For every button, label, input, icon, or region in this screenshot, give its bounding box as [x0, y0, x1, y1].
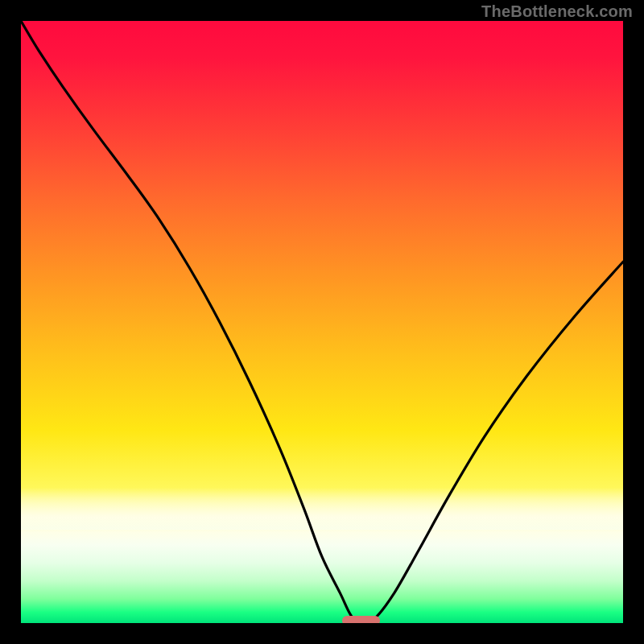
chart-frame: TheBottleneck.com	[0, 0, 644, 644]
curve-path	[21, 21, 623, 623]
attribution-label: TheBottleneck.com	[481, 2, 633, 21]
optimal-marker	[342, 616, 379, 623]
bottleneck-curve	[21, 21, 623, 623]
plot-area	[21, 21, 623, 623]
